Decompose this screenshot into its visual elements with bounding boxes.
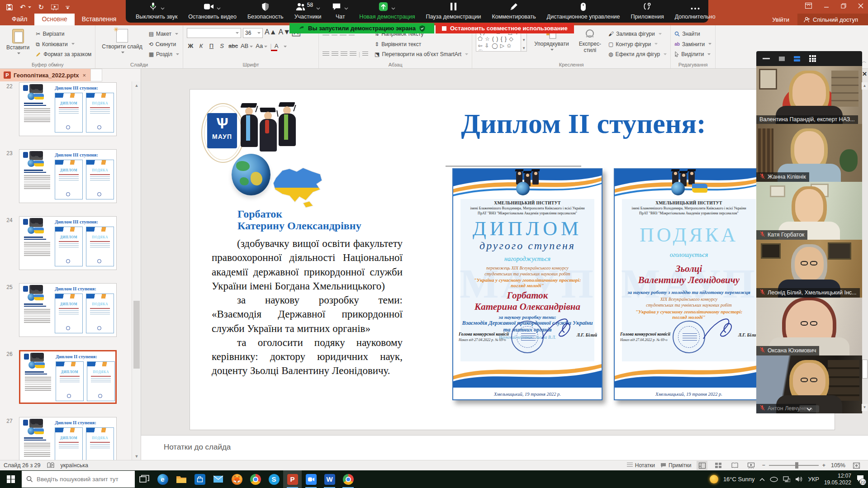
slide-thumbnail-23[interactable]: Диплом III ступеня:ДИПЛОМПОДЯКА bbox=[19, 149, 117, 203]
start-button[interactable] bbox=[0, 470, 22, 488]
zoom-slider-thumb[interactable] bbox=[795, 462, 798, 469]
restore-button[interactable] bbox=[841, 3, 846, 9]
change-case-button[interactable]: Аа bbox=[256, 43, 267, 49]
section-button[interactable]: ▦ Розділ bbox=[149, 49, 179, 59]
decrease-font-button[interactable]: А▼ bbox=[279, 28, 291, 38]
shape-fill-button[interactable]: 🖌 Заливка фігури bbox=[608, 29, 667, 39]
taskbar-firefox-icon[interactable]: 🦊 bbox=[228, 470, 246, 488]
participant-tile-2[interactable]: Жанна Кілівнік bbox=[756, 124, 862, 182]
taskbar-zoom-app-icon[interactable] bbox=[302, 470, 320, 488]
taskbar-clock[interactable]: 12:0719.05.2022 bbox=[824, 473, 851, 486]
minimize-panel-icon[interactable] bbox=[763, 58, 770, 59]
keyboard-language[interactable]: УКР bbox=[808, 476, 819, 483]
taskbar-mail-icon[interactable] bbox=[209, 470, 228, 488]
slide-body-text[interactable]: (здобувачку вищої освіти факультету прав… bbox=[212, 237, 403, 378]
ribbon-tab-Основне[interactable]: Основне bbox=[34, 14, 74, 25]
zoom-toolbar-participants-button[interactable]: 58Участники bbox=[289, 0, 327, 23]
bold-button[interactable]: Ж bbox=[187, 43, 194, 49]
action-center-button[interactable]: 22 bbox=[856, 475, 864, 483]
zoom-toolbar-apps-button[interactable]: Приложения bbox=[626, 0, 669, 23]
save-button[interactable] bbox=[6, 4, 13, 10]
quick-styles-button[interactable]: Експрес-стилі bbox=[576, 28, 604, 60]
customize-qat-button[interactable] bbox=[66, 5, 70, 9]
increase-font-button[interactable]: А▲ bbox=[265, 28, 277, 38]
collapse-panel-chevron[interactable]: ︿ bbox=[862, 58, 867, 65]
network-icon[interactable] bbox=[783, 476, 790, 482]
hidden-icons-chevron[interactable] bbox=[759, 478, 765, 481]
notes-pane[interactable]: Нотатки до слайда bbox=[141, 435, 868, 460]
chevron-down-icon[interactable] bbox=[391, 4, 395, 12]
taskbar-chrome-icon[interactable] bbox=[246, 470, 265, 488]
select-button[interactable]: Виділити bbox=[674, 49, 711, 59]
spellcheck-icon[interactable] bbox=[47, 462, 54, 469]
awardee-name-text[interactable]: Горбаток Катерину Олександрівну bbox=[237, 208, 361, 232]
scrollbar-up-button[interactable]: ▲ bbox=[862, 82, 868, 90]
chevron-down-icon[interactable] bbox=[217, 4, 221, 12]
participant-tile-4[interactable]: Леонід Білий, Хмельницький Інс... bbox=[756, 240, 862, 298]
zoom-toolbar-pause-share-button[interactable]: Пауза демонстрации bbox=[421, 0, 487, 23]
more-participants-chevron[interactable] bbox=[799, 405, 819, 412]
close-panel-button[interactable]: ✕ bbox=[862, 71, 867, 77]
participant-tile-6[interactable]: Антон Левчунець bbox=[756, 355, 862, 413]
slide-thumbnail-25[interactable]: Диплом II ступеня:ДИПЛОМПОДЯКА bbox=[19, 283, 117, 337]
slide-thumbnail-26[interactable]: Диплом II ступеня:ДИПЛОМПОДЯКА bbox=[19, 350, 117, 404]
text-shadow-button[interactable]: S bbox=[218, 43, 226, 49]
normal-view-button[interactable] bbox=[697, 461, 707, 470]
layout-button[interactable]: ▤ Макет bbox=[149, 29, 179, 39]
weather-sun-icon[interactable] bbox=[710, 475, 718, 483]
shape-outline-button[interactable]: ▢ Контур фігури bbox=[608, 39, 667, 49]
zoom-in-button[interactable]: + bbox=[822, 462, 825, 469]
language-indicator[interactable]: українська bbox=[61, 462, 88, 469]
justify-button[interactable] bbox=[350, 52, 356, 57]
zoom-toolbar-video-button[interactable]: Остановить видео bbox=[183, 0, 242, 23]
taskbar-edge-icon[interactable]: e bbox=[153, 470, 172, 488]
reset-button[interactable]: ⟲ Скинути bbox=[149, 39, 179, 49]
chevron-down-icon[interactable] bbox=[161, 4, 165, 12]
align-center-button[interactable] bbox=[332, 52, 338, 57]
close-window-button[interactable] bbox=[858, 3, 863, 9]
taskbar-file-explorer-icon[interactable] bbox=[172, 470, 190, 488]
notes-toggle-button[interactable]: Нотатки bbox=[627, 460, 655, 470]
ribbon-display-options-button[interactable] bbox=[805, 3, 812, 9]
font-color-button[interactable]: А bbox=[275, 43, 287, 49]
participant-tile-1[interactable]: Валентина Парандій, експерт НАЗ... bbox=[756, 66, 862, 124]
smartart-convert-button[interactable]: ⬔ Перетворити на об'єкт SmartArt bbox=[375, 49, 468, 59]
certificate-diploma[interactable]: МАУП ХМЕЛЬНИЦЬКИЙ ІНСТИТУТ імені Блаженн… bbox=[452, 168, 602, 400]
taskbar-skype-icon[interactable]: S bbox=[265, 470, 283, 488]
redo-button[interactable]: ↻ bbox=[38, 3, 44, 11]
copy-button[interactable]: ⧉ Копіювати bbox=[36, 39, 91, 49]
align-left-button[interactable] bbox=[323, 52, 329, 57]
new-slide-button[interactable]: Створити слайд bbox=[99, 28, 145, 60]
slide-sorter-view-button[interactable] bbox=[713, 461, 724, 470]
stop-sharing-button[interactable]: Остановить совместное использование bbox=[436, 23, 574, 33]
zoom-out-button[interactable]: − bbox=[762, 462, 765, 469]
search-input[interactable] bbox=[37, 476, 127, 483]
sign-in-button[interactable]: Увійти bbox=[772, 16, 789, 23]
window-view-icon[interactable] bbox=[779, 57, 785, 61]
scroll-down-icon[interactable]: ▼ bbox=[132, 452, 141, 460]
zoom-toolbar-annotate-button[interactable]: Комментировать bbox=[486, 0, 541, 23]
zoom-slider[interactable]: − + bbox=[762, 462, 825, 469]
slide-thumbnail-27[interactable]: Диплом II ступеня:ДИПЛОМПОДЯКА bbox=[19, 417, 117, 460]
document-tab[interactable]: P Геополітика_2022.pptx × bbox=[0, 69, 90, 81]
taskbar-search[interactable] bbox=[22, 471, 135, 488]
slide-emblem-group[interactable]: Ѱ МАУП bbox=[194, 99, 330, 207]
taskbar-powerpoint-icon[interactable]: P bbox=[283, 470, 302, 488]
find-button[interactable]: Знайти bbox=[674, 29, 711, 39]
cut-button[interactable]: ✂ Вирізати bbox=[36, 29, 91, 39]
taskbar-store-icon[interactable] bbox=[190, 470, 209, 488]
columns-button[interactable] bbox=[362, 52, 368, 57]
slide-thumbnail-24[interactable]: Диплом III ступеня:ДИПЛОМПОДЯКА bbox=[19, 216, 117, 270]
shape-effects-button[interactable]: ◍ Ефекти для фігур bbox=[608, 49, 667, 59]
slide-title[interactable]: Диплом II ступеня: bbox=[443, 108, 724, 140]
taskbar-word-icon[interactable]: W bbox=[320, 470, 339, 488]
reading-view-button[interactable] bbox=[729, 461, 740, 470]
slide-thumbnail-22[interactable]: Диплом III ступеня:ДИПЛОМПОДЯКА bbox=[19, 82, 117, 136]
speaker-view-icon[interactable] bbox=[794, 56, 800, 62]
ribbon-tab-Вставлення[interactable]: Вставлення bbox=[75, 14, 124, 25]
thumbnails-scrollbar[interactable]: ▲ ▼ bbox=[132, 81, 141, 460]
main-scrollbar-thumb[interactable] bbox=[862, 360, 868, 379]
paste-button[interactable]: Вставити bbox=[4, 28, 32, 60]
zoom-toolbar-chat-button[interactable]: Чат bbox=[327, 0, 354, 23]
slideshow-view-button[interactable] bbox=[745, 461, 756, 470]
